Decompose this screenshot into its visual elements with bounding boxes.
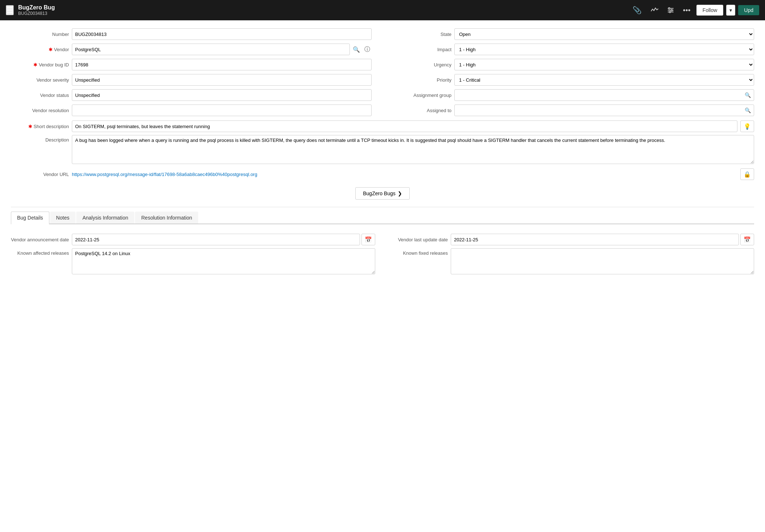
vendor-bug-id-required-star: ✱ — [33, 62, 39, 67]
svg-point-3 — [668, 8, 670, 9]
vendor-required-star: ✱ — [49, 47, 54, 52]
vendor-row: ✱ Vendor 🔍 ⓘ — [11, 43, 372, 56]
svg-point-4 — [671, 9, 672, 11]
assigned-to-search-icon[interactable]: 🔍 — [742, 107, 754, 113]
vendor-severity-label: Vendor severity — [11, 77, 69, 83]
bug-details-right-col: Vendor last update date 📅 Known fixed re… — [390, 233, 754, 277]
vendor-bug-id-input[interactable] — [72, 59, 372, 70]
known-affected-releases-textarea[interactable]: PostgreSQL 14.2 on Linux — [72, 248, 375, 274]
number-input[interactable] — [72, 28, 372, 40]
follow-button[interactable]: Follow — [696, 5, 723, 16]
vendor-bug-id-row: ✱ Vendor bug ID — [11, 58, 372, 71]
tab-notes[interactable]: Notes — [50, 212, 76, 224]
impact-label: Impact — [393, 47, 451, 52]
vendor-last-update-date-calendar-icon[interactable]: 📅 — [740, 234, 754, 245]
vendor-info-icon[interactable]: ⓘ — [363, 44, 372, 55]
svg-point-5 — [669, 11, 671, 13]
update-button[interactable]: Upd — [738, 5, 759, 15]
known-fixed-releases-row: Known fixed releases — [390, 248, 754, 274]
vendor-severity-row: Vendor severity — [11, 73, 372, 86]
header-title-block: BugZero Bug BUGZ0034813 — [18, 4, 625, 16]
vendor-status-input[interactable] — [72, 89, 372, 101]
short-description-input[interactable] — [72, 120, 737, 132]
known-affected-releases-label: Known affected releases — [11, 248, 69, 256]
lock-icon[interactable]: 🔒 — [740, 168, 754, 180]
vendor-announcement-date-label: Vendor announcement date — [11, 237, 69, 242]
vendor-url-link[interactable]: https://www.postgresql.org/message-id/fl… — [72, 172, 737, 177]
form-left-col: Number ✱ Vendor 🔍 ⓘ ✱ Vendor bug ID — [11, 28, 372, 119]
vendor-announcement-date-input[interactable] — [72, 234, 360, 245]
short-description-label: ✱ Short description — [11, 124, 69, 129]
bug-details-left-col: Vendor announcement date 📅 Known affecte… — [11, 233, 375, 277]
activity-icon[interactable] — [647, 5, 661, 16]
urgency-label: Urgency — [393, 62, 451, 67]
urgency-select[interactable]: 1 - High 2 - Medium 3 - Low — [454, 59, 754, 70]
state-row: State Open Closed In Progress Resolved — [393, 28, 754, 41]
assigned-to-label: Assigned to — [393, 108, 451, 113]
state-label: State — [393, 32, 451, 37]
urgency-row: Urgency 1 - High 2 - Medium 3 - Low — [393, 58, 754, 71]
impact-row: Impact 1 - High 2 - Medium 3 - Low — [393, 43, 754, 56]
vendor-input[interactable] — [72, 44, 350, 55]
assignment-group-input[interactable] — [455, 91, 742, 100]
tab-analysis-information[interactable]: Analysis Information — [76, 212, 134, 224]
menu-icon[interactable]: ☰ — [6, 5, 14, 15]
vendor-input-wrap: 🔍 ⓘ — [72, 44, 372, 55]
impact-select[interactable]: 1 - High 2 - Medium 3 - Low — [454, 44, 754, 55]
assigned-to-input[interactable] — [455, 106, 742, 115]
priority-row: Priority 1 - Critical 2 - High 3 - Mediu… — [393, 73, 754, 86]
tab-bug-details[interactable]: Bug Details — [11, 212, 49, 224]
vendor-last-update-date-label: Vendor last update date — [390, 237, 448, 242]
bugzero-bugs-label: BugZero Bugs — [363, 191, 396, 196]
tab-content-bug-details: Vendor announcement date 📅 Known affecte… — [11, 230, 754, 279]
form-right-col: State Open Closed In Progress Resolved I… — [393, 28, 754, 119]
description-label: Description — [11, 135, 69, 143]
vendor-status-label: Vendor status — [11, 93, 69, 98]
header-actions: 📎 ••• Follow ▾ Upd — [630, 4, 759, 16]
vendor-label: ✱ Vendor — [11, 47, 69, 52]
section-divider — [11, 207, 754, 207]
assigned-to-row: Assigned to 🔍 — [393, 104, 754, 117]
bugzero-bugs-chevron: ❯ — [398, 191, 402, 196]
bugzero-btn-wrap: BugZero Bugs ❯ — [11, 187, 754, 200]
app-subtitle: BUGZ0034813 — [18, 11, 625, 16]
vendor-severity-input[interactable] — [72, 74, 372, 86]
tabs-bar: Bug Details Notes Analysis Information R… — [11, 212, 754, 224]
vendor-search-icon[interactable]: 🔍 — [351, 45, 361, 54]
follow-dropdown-button[interactable]: ▾ — [726, 5, 735, 16]
vendor-announcement-date-calendar-icon[interactable]: 📅 — [361, 234, 375, 245]
settings-icon[interactable] — [664, 5, 677, 15]
more-options-icon[interactable]: ••• — [680, 5, 694, 16]
known-fixed-releases-textarea[interactable] — [451, 248, 754, 274]
assigned-to-input-wrap: 🔍 — [454, 105, 754, 116]
short-description-row: ✱ Short description 💡 — [11, 120, 754, 132]
vendor-resolution-row: Vendor resolution — [11, 104, 372, 117]
tab-resolution-information[interactable]: Resolution Information — [135, 212, 198, 224]
vendor-last-update-date-input[interactable] — [451, 234, 739, 245]
assignment-group-search-icon[interactable]: 🔍 — [742, 92, 754, 98]
vendor-bug-id-label: ✱ Vendor bug ID — [11, 62, 69, 67]
assignment-group-row: Assignment group 🔍 — [393, 89, 754, 102]
vendor-last-update-date-row: Vendor last update date 📅 — [390, 233, 754, 246]
description-textarea[interactable]: A bug has been logged where when a query… — [72, 135, 754, 164]
number-label: Number — [11, 32, 69, 37]
attachment-icon[interactable]: 📎 — [630, 4, 645, 16]
lightbulb-icon[interactable]: 💡 — [740, 120, 754, 132]
vendor-resolution-input[interactable] — [72, 105, 372, 116]
main-content: Number ✱ Vendor 🔍 ⓘ ✱ Vendor bug ID — [0, 20, 765, 287]
bugzero-bugs-button[interactable]: BugZero Bugs ❯ — [355, 187, 410, 200]
state-select[interactable]: Open Closed In Progress Resolved — [454, 28, 754, 40]
assignment-group-label: Assignment group — [393, 93, 451, 98]
vendor-resolution-label: Vendor resolution — [11, 108, 69, 113]
app-title: BugZero Bug — [18, 4, 625, 11]
vendor-status-row: Vendor status — [11, 89, 372, 102]
vendor-url-label: Vendor URL — [11, 172, 69, 177]
description-row: Description A bug has been logged where … — [11, 135, 754, 164]
bug-details-form: Vendor announcement date 📅 Known affecte… — [11, 233, 754, 277]
vendor-last-update-date-input-wrap: 📅 — [451, 234, 754, 245]
assignment-group-input-wrap: 🔍 — [454, 89, 754, 101]
known-affected-releases-row: Known affected releases PostgreSQL 14.2 … — [11, 248, 375, 274]
vendor-announcement-date-row: Vendor announcement date 📅 — [11, 233, 375, 246]
known-fixed-releases-label: Known fixed releases — [390, 248, 448, 256]
priority-select[interactable]: 1 - Critical 2 - High 3 - Medium 4 - Low — [454, 74, 754, 86]
